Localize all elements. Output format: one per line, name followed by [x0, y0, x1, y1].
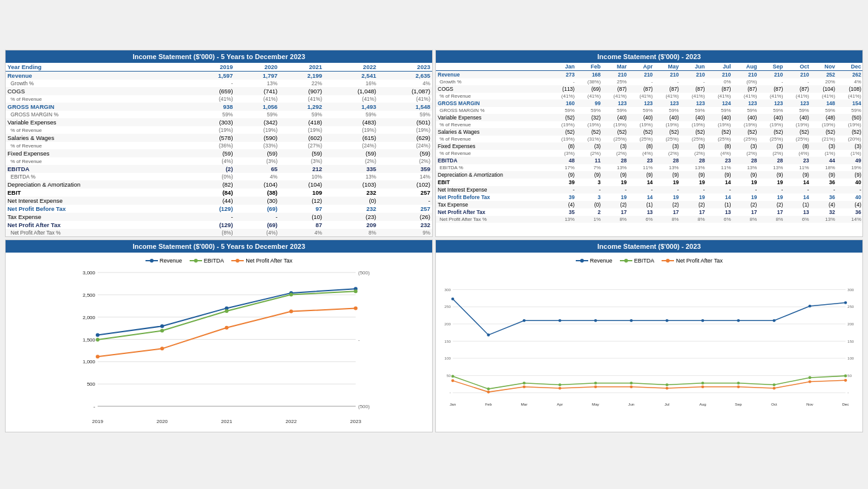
- cell-value: (129): [190, 205, 235, 213]
- cell-value: (23): [324, 213, 378, 221]
- cell-value: (33%): [235, 142, 280, 149]
- cell-value: (0%): [732, 78, 759, 85]
- cell-value: 14: [628, 179, 654, 186]
- row-label: Variable Expenses: [436, 114, 550, 121]
- cell-value: (129): [190, 221, 235, 229]
- svg-text:-: -: [450, 391, 451, 395]
- cell-value: (40): [680, 114, 706, 121]
- cell-value: 35: [550, 208, 576, 216]
- cell-value: 2,541: [324, 72, 378, 80]
- cell-value: (2): [758, 201, 784, 208]
- cell-value: (9): [784, 171, 810, 179]
- cell-value: 123: [602, 100, 628, 107]
- cell-value: 14: [784, 179, 810, 186]
- cell-value: (87): [628, 85, 654, 93]
- cell-value: 1,056: [235, 103, 280, 111]
- svg-point-119: [630, 385, 633, 388]
- row-label: Net Profit After Tax: [6, 221, 190, 229]
- cell-value: (19%): [602, 121, 628, 128]
- cell-value: 59%: [602, 107, 628, 114]
- cell-value: 13: [706, 208, 732, 216]
- cell-value: 19: [680, 193, 706, 201]
- row-label: Net Profit Before Tax: [6, 205, 190, 213]
- cell-value: 14: [706, 179, 732, 186]
- cell-value: (26): [378, 213, 432, 221]
- svg-point-36: [96, 355, 99, 358]
- table-row: Salaries & Wages(578)(590)(602)(615)(629…: [6, 134, 432, 142]
- cell-value: (0): [324, 197, 378, 205]
- cell-value: 8%: [758, 216, 784, 223]
- svg-text:-: -: [358, 337, 360, 343]
- legend-netprofit-label: Net Profit After Tax: [246, 258, 292, 264]
- cell-value: (578): [190, 134, 235, 142]
- cell-value: (52): [758, 128, 784, 136]
- cell-value: 59%: [190, 111, 235, 118]
- cell-value: 2: [576, 208, 602, 216]
- cell-value: (741): [235, 87, 280, 95]
- cell-value: 1,548: [378, 103, 432, 111]
- left-income-table: Year Ending20192020202120222023 Revenue1…: [6, 63, 432, 236]
- svg-point-37: [160, 347, 164, 350]
- cell-value: (3): [810, 142, 836, 150]
- svg-text:2,500: 2,500: [83, 292, 96, 298]
- row-label: % of Revenue: [6, 126, 190, 134]
- cell-value: (2%): [576, 150, 602, 157]
- cell-value: 257: [378, 189, 432, 197]
- cell-value: -: [654, 186, 680, 193]
- cell-value: (1): [628, 201, 654, 208]
- cell-value: (59): [235, 149, 280, 157]
- cell-value: (113): [550, 85, 576, 93]
- svg-text:150: 150: [445, 339, 451, 343]
- svg-point-52: [580, 259, 584, 263]
- table-row: % of Revenue(41%)(41%)(41%)(41%)(41%)(41…: [436, 93, 862, 100]
- cell-value: (41%): [279, 95, 324, 103]
- cell-value: 17: [654, 208, 680, 216]
- svg-point-108: [665, 383, 668, 386]
- cell-value: (629): [378, 134, 432, 142]
- cell-value: 10%: [279, 173, 324, 180]
- cell-value: (4): [836, 201, 862, 208]
- cell-value: (1,048): [324, 87, 378, 95]
- cell-value: (31%): [576, 136, 602, 142]
- cell-value: 8%: [654, 216, 680, 223]
- cell-value: 97: [279, 205, 324, 213]
- svg-point-124: [808, 380, 811, 383]
- cell-value: -: [758, 78, 784, 85]
- cell-value: (2%): [732, 150, 759, 157]
- right-chart-svg: --5050100100150150200200250250300300JanF…: [438, 266, 860, 428]
- cell-value: 17%: [550, 164, 576, 171]
- cell-value: 40: [836, 193, 862, 201]
- cell-value: 335: [324, 165, 378, 173]
- cell-value: (2): [602, 201, 628, 208]
- cell-value: (342): [235, 118, 280, 126]
- table-row: Net Interest Expense(44)(30)(12)(0)-: [6, 197, 432, 205]
- svg-point-120: [665, 387, 668, 390]
- cell-value: (9): [732, 171, 759, 179]
- cell-value: (10): [279, 213, 324, 221]
- svg-text:200: 200: [445, 322, 451, 326]
- cell-value: 13%: [654, 164, 680, 171]
- cell-value: 28: [654, 157, 680, 164]
- svg-text:1,500: 1,500: [83, 337, 96, 343]
- cell-value: 13%: [732, 164, 759, 171]
- svg-point-96: [665, 319, 668, 322]
- table-row: % of Revenue(3%)(2%)(2%)(4%)(2%)(2%)(4%)…: [436, 150, 862, 157]
- cell-value: 212: [279, 165, 324, 173]
- cell-value: (21%): [810, 136, 836, 142]
- table-row: COGS(113)(69)(87)(87)(87)(87)(87)(87)(87…: [436, 85, 862, 93]
- cell-value: 123: [654, 100, 680, 107]
- cell-value: (19%): [235, 126, 280, 134]
- right-table-title: Income Statement ($'000) - 2023: [436, 50, 862, 63]
- cell-value: 124: [706, 100, 732, 107]
- row-label: Net Profit After Tax %: [6, 229, 190, 236]
- cell-value: 3: [576, 193, 602, 201]
- cell-value: -: [190, 213, 235, 221]
- svg-text:50: 50: [446, 373, 451, 378]
- cell-value: (40): [758, 114, 784, 121]
- svg-text:May: May: [592, 402, 600, 406]
- cell-value: 59%: [324, 111, 378, 118]
- table-row: EBITDA481128232828232828234449: [436, 157, 862, 164]
- cell-value: (41%): [732, 93, 759, 100]
- cell-value: (41%): [654, 93, 680, 100]
- cell-value: (2%): [654, 150, 680, 157]
